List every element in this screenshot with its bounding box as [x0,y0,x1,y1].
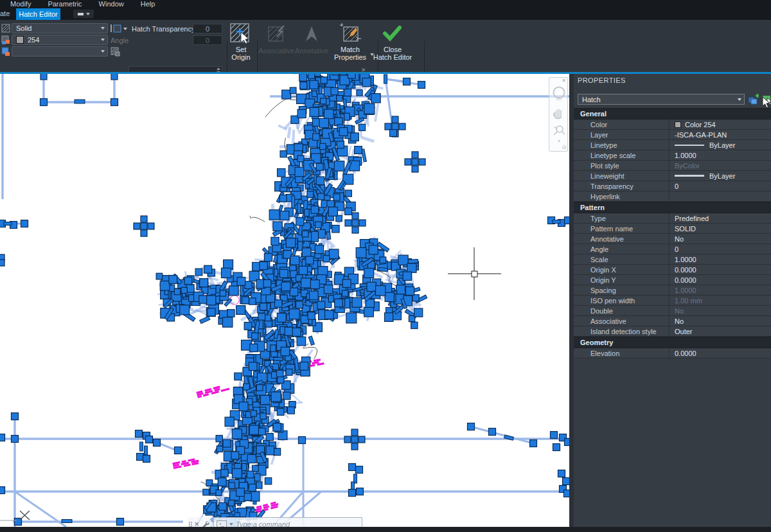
hatch-background-color-icon [1,47,10,56]
ribbon-tab-row [0,8,771,20]
property-value[interactable]: Outer [669,326,771,336]
ribbon-minimize-icon [78,13,84,15]
menu-item-help[interactable]: Help [141,0,155,8]
property-value[interactable]: 0.0000 [669,265,771,274]
tab-partial-left[interactable]: ate [0,10,10,17]
pan-hand-icon[interactable] [549,106,569,120]
property-row: Spacing1.0000 [574,285,771,296]
associative-icon [267,24,287,44]
property-value[interactable]: No [669,234,771,244]
zoom-extents-icon[interactable] [549,123,569,138]
angle-input[interactable]: 0 [193,35,222,45]
hatch-color-value: 254 [28,36,39,44]
property-value[interactable]: 0 [669,181,771,191]
menu-bar: Modify Parametric Window Help [0,0,771,8]
property-value[interactable]: 1.0000 [669,150,771,160]
property-value[interactable]: 0 [669,244,771,254]
section-header-pattern[interactable]: Pattern [574,202,771,213]
property-label: Island detection style [574,326,669,336]
property-row: Pattern nameSOLID [574,224,771,234]
property-row: AssociativeNo [574,316,771,326]
property-value[interactable]: ByLayer [669,140,771,150]
property-label: Hyperlink [574,191,669,201]
property-label: Scale [574,254,669,264]
property-value: 1.0000 [669,285,771,295]
toggle-pickadd-icon[interactable] [748,94,759,105]
menu-item-window[interactable]: Window [99,0,124,8]
property-row: Plot styleByColor [574,161,771,171]
hatch-color-select[interactable]: 254 [12,35,108,45]
drag-dots-icon[interactable] [189,522,192,527]
menu-item-modify[interactable]: Modify [10,0,31,8]
property-value[interactable] [669,191,771,201]
navigation-bar[interactable]: ✕ 2D ▾ ⊖ [549,77,568,152]
property-rows: GeneralColorColor 254Layer-ISCA-GA-PLANL… [574,108,771,359]
menu-item-parametric[interactable]: Parametric [48,0,82,8]
property-row: TypePredefined [574,213,771,224]
chevron-down-icon [101,39,105,41]
chevron-down-icon [101,50,105,53]
property-value[interactable]: Predefined [669,213,771,223]
tab-hatch-editor[interactable]: Hatch Editor [16,8,60,20]
dialog-launcher-icon[interactable] [361,65,368,71]
hatch-pattern-select[interactable]: Solid [12,23,108,33]
property-value[interactable]: Color 254 [669,120,771,129]
command-close-icon[interactable]: ✕ [194,521,199,528]
angle-label: Angle [111,37,128,44]
property-row: Linetype scale1.0000 [574,150,771,161]
section-header-geometry[interactable]: Geometry [574,337,771,348]
property-label: Transparency [574,181,669,191]
property-value[interactable]: No [669,316,771,326]
hatch-pattern-value: Solid [16,24,31,32]
property-row: ISO pen width1.00 mm [574,296,771,306]
property-value[interactable]: SOLID [669,224,771,233]
property-label: Lineweight [574,171,669,181]
property-value: 1.00 mm [669,296,771,305]
property-row: Layer-ISCA-GA-PLAN [574,130,771,140]
hatch-transparency-icon [111,24,127,33]
steering-wheel-2d-icon[interactable]: 2D [549,85,569,102]
navbar-more-chevron-icon[interactable]: ▾ [549,138,569,144]
annotative-icon [302,24,321,44]
property-value[interactable]: ByLayer [669,171,771,181]
property-value: No [669,306,771,315]
property-value[interactable]: 1.0000 [669,254,771,264]
drawing-canvas[interactable] [0,74,569,527]
property-label: Annotative [574,234,669,244]
navbar-close-icon[interactable]: ✕ [562,78,566,84]
close-check-icon [383,25,402,42]
property-value[interactable]: 0.0000 [669,348,771,358]
chevron-down-icon [738,98,741,101]
property-label: Spacing [574,285,669,295]
ribbon-display-toggle[interactable] [73,10,94,18]
property-label: Linetype [574,140,669,150]
section-header-general[interactable]: General [574,108,771,120]
palette-grab-bar[interactable] [569,74,574,527]
match-properties-icon [339,22,361,44]
drawing-area[interactable] [0,74,569,527]
property-row: Origin Y0.0000 [574,275,771,285]
property-label: Origin Y [574,275,669,285]
hatch-background-select[interactable] [12,46,108,57]
hatch-transparency-input[interactable]: 0 [193,24,222,33]
property-row: AnnotativeNo [574,234,771,244]
chevron-down-icon [101,27,105,30]
property-row: DoubleNo [574,306,771,316]
property-label: Color [574,120,669,129]
property-label: ISO pen width [574,296,669,305]
property-row: Hyperlink [574,191,771,202]
property-row: Island detection styleOuter [574,326,771,337]
line-sample [675,175,704,177]
property-value[interactable]: 0.0000 [669,275,771,285]
property-label: Elevation [574,348,669,358]
property-row: Origin X0.0000 [574,265,771,275]
color-swatch [675,121,681,128]
hatch-color-icon [1,35,10,44]
property-label: Double [574,306,669,315]
property-value[interactable]: -ISCA-GA-PLAN [669,130,771,139]
property-label: Linetype scale [574,150,669,160]
property-row: Transparency0 [574,181,771,191]
property-label: Pattern name [574,224,669,233]
selection-type-select[interactable]: Hatch [578,94,745,105]
palette-title: PROPERTIES [578,76,626,84]
